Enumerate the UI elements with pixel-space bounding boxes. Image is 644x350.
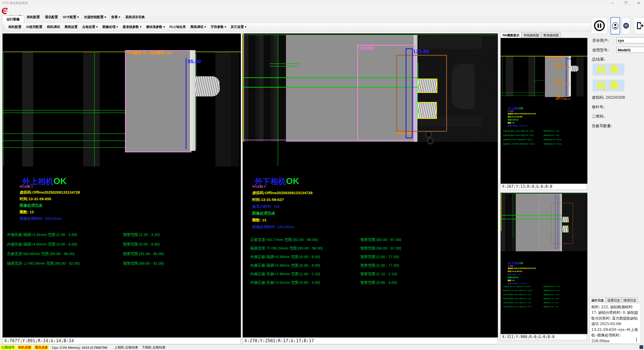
measurement-row: 内侧正极-隔膜=4.38mm 范围:(0.00 - 9.00) 预警范围:(2.…	[501, 298, 586, 302]
toolbar-item[interactable]: AI使用配置	[24, 24, 44, 30]
measurement-value: 外侧负极-隔膜=2.91mm 范围:(2.00 - 3.50)	[503, 130, 533, 132]
tab-line-curve[interactable]: 料线曲线图	[522, 32, 541, 38]
time-label: 时间:13-31-59-650	[508, 116, 522, 118]
weld-tab-box	[562, 226, 568, 232]
camera-connect-badge: 相机连接	[17, 345, 32, 350]
toolbar-item[interactable]: PLC地址库	[168, 24, 187, 30]
login-user-label: 登录用户:	[592, 38, 609, 43]
turns-label: 圈数: 13	[508, 122, 514, 124]
warning-range: 预警范围:(94.00 - 97.00)	[543, 290, 560, 292]
measurement-row: 负极宽度=83.05mm 范围:(80.00 - 86.00) 预警范围:(81…	[501, 139, 586, 143]
ng-thumbnail-upper[interactable]: 85.88 平均阈值:93, 动态阈值:100 亮度:1.226 宽度:1.77…	[500, 38, 588, 184]
elapsed-label: 图像处理耗时: 183.00ms	[252, 225, 294, 229]
toolbar-item[interactable]: 相机调试	[45, 24, 61, 30]
measurement-row: 内侧负极-隔膜=4.60mm 范围:(3.00 - 6.00) 预警范围:(0.…	[5, 242, 239, 252]
menu-item[interactable]: 光源控制配置 ▾	[82, 14, 108, 20]
toolbar-item[interactable]: 字符参数 ▾	[209, 24, 228, 30]
users-group-button[interactable]	[622, 17, 630, 34]
ai-elapsed-label: 极耳AI耗时: 165	[508, 273, 521, 276]
ng-count-label: NG次数:0	[508, 265, 514, 267]
film-edge-bright-column	[569, 56, 571, 96]
toolbar-item[interactable]: 其它设置 ▾	[229, 24, 248, 30]
warning-range: 预警范围:(0.00 - 8.00)	[123, 242, 160, 247]
tab-error-log[interactable]: 错误日志	[622, 297, 638, 303]
tab-ng-screenshot[interactable]: NG截图显示	[500, 32, 522, 38]
toolbar-grip[interactable]	[3, 24, 5, 30]
upper-camera-check-status: 上相机:点检结束	[114, 345, 138, 350]
maximize-button[interactable]: ❐	[621, 1, 630, 6]
measurement-row: 外侧负极-隔膜=2.91mm 范围:(2.00 - 3.50) 预警范围:(2.…	[501, 130, 586, 134]
camera-title: 外下相机OK	[508, 261, 524, 265]
process-done-label: 图像处理完成	[508, 276, 518, 279]
film-band	[83, 52, 100, 166]
ng-count-label: NG次数:1	[508, 110, 514, 112]
toolbar-item[interactable]: 图像处理 ▾	[101, 24, 119, 30]
measurement-value: 正极宽度=83.77mm 范围:(82.00 - 88.00)	[503, 286, 530, 288]
menu-item[interactable]: 查看 ▾	[110, 14, 122, 20]
measure-green-line	[501, 95, 545, 95]
tab-run-image[interactable]: 运行图像	[2, 16, 24, 23]
toolbar-item[interactable]: 相机配置	[7, 24, 23, 30]
measurement-value: 外侧负极-隔膜=2.91mm 范围:(2.00 - 3.50)	[7, 232, 77, 237]
menu-item[interactable]: IO卡配置 ▾	[61, 14, 80, 20]
measurement-list: 正极宽度=83.77mm 范围:(82.00 - 88.00) 预警范围:(83…	[243, 237, 495, 289]
width-value-label: 123.80	[413, 48, 429, 54]
tab-run-log[interactable]: 运行日志	[590, 297, 606, 303]
tab-data-curve[interactable]: 数据曲线图	[541, 32, 561, 38]
weld-tab-box	[417, 79, 437, 93]
measure-green-line	[534, 80, 545, 81]
measurement-row: 隔膜宽度-下=95.24mm 范围:(93.00 - 98.00) 预警范围:(…	[243, 246, 495, 255]
baseline-yellow-line	[3, 52, 241, 52]
login-user-input[interactable]	[617, 37, 644, 43]
measurement-row: 内侧负极-隔膜=4.60mm 范围:(3.00 - 6.00) 预警范围:(0.…	[501, 134, 586, 139]
tray-icon[interactable]	[639, 345, 643, 349]
left-cursor-status: X:7677;Y:891;R:14;G:14;B:14	[3, 338, 241, 344]
measurement-value: 外侧正极-负极=2.61mm 范围:(0.60 - 4.00)	[250, 280, 320, 285]
bolt	[427, 138, 434, 144]
warning-range: 预警范围:(0.00 - 8.00)	[543, 134, 559, 137]
measurement-value: 隔膜宽度-上=90.56mm 范围:(88.00 - 92.00)	[7, 261, 80, 266]
edge-yellow-line	[243, 33, 244, 142]
result-badge-upper: 结果	[593, 63, 624, 75]
middle-camera-view: AI检测框 极耳区域 123.80 外下相机OK NG次数:0 虚拟码:Offl…	[243, 33, 498, 337]
toolbar-item[interactable]: 点检设置 ▾	[81, 24, 99, 30]
warning-range: 预警范围:(1.10 - 2.10)	[360, 272, 397, 276]
warning-range: 预警范围:(89.00 - 91.00)	[123, 261, 164, 266]
title-bar: CYS-视觉检测系统 ─ ❐ ✕	[0, 0, 644, 6]
toolbar: 相机配置AI使用配置相机调试离线设置点检设置 ▾图像处理 ▾基准线参数 ▾测试项…	[2, 23, 612, 31]
model-input[interactable]	[617, 47, 644, 53]
warning-range: 预警范围:(2.00 - 77.00)	[543, 298, 559, 300]
camera-result-ok: OK	[286, 176, 299, 186]
electrode-tab-image	[196, 76, 220, 96]
threshold-overlay-label: 平均阈值:93, 动态阈值:100	[545, 56, 565, 59]
user-button[interactable]	[610, 17, 620, 34]
minimize-button[interactable]: ─	[608, 1, 617, 6]
menu-item[interactable]: 通讯配置	[43, 14, 59, 20]
pause-button[interactable]	[591, 17, 608, 34]
defect-label: 宽度:0.885 高度:2.44	[556, 83, 570, 86]
process-done-label: 图像处理完成	[508, 119, 518, 121]
tab-setting-log[interactable]: 设置日志	[606, 297, 622, 303]
menu-item[interactable]: 相机配置	[25, 14, 41, 20]
toolbar-item[interactable]: 离线调试 ▾	[189, 24, 208, 30]
width-value-label: 85.88	[567, 58, 571, 60]
close-button[interactable]: ✕	[634, 1, 643, 6]
pause-icon	[593, 20, 605, 32]
exit-icon	[635, 21, 644, 30]
film-band	[215, 52, 231, 166]
measure-green-line	[270, 63, 299, 64]
ng-thumbnail-lower[interactable]: 外下相机OK NG次数:0 虚拟码:Offline202502081331347…	[500, 193, 588, 334]
measurement-list-mini: 外侧负极-隔膜=2.91mm 范围:(2.00 - 3.50) 预警范围:(2.…	[501, 130, 586, 147]
qr-code-label: 二维码:	[592, 114, 604, 119]
toolbar-item[interactable]: 基准线参数 ▾	[121, 24, 143, 30]
toolbar-item[interactable]: 测试项参数 ▾	[144, 24, 166, 30]
defect-label: 宽度:1.775 高度:3.10	[556, 66, 570, 69]
measure-green-line	[3, 113, 125, 113]
machine-part	[419, 37, 482, 49]
menu-item[interactable]: 系统语言切换	[124, 14, 146, 20]
exit-button[interactable]	[634, 17, 644, 34]
warning-range: 预警范围:(81.00 - 85.00)	[543, 139, 561, 141]
toolbar-item[interactable]: 离线设置	[63, 24, 79, 30]
measurement-row: 内侧正极-负极=1.90mm 范围:(1.00 - 2.20) 预警范围:(1.…	[501, 302, 586, 306]
camera-result-ok: OK	[53, 176, 67, 186]
